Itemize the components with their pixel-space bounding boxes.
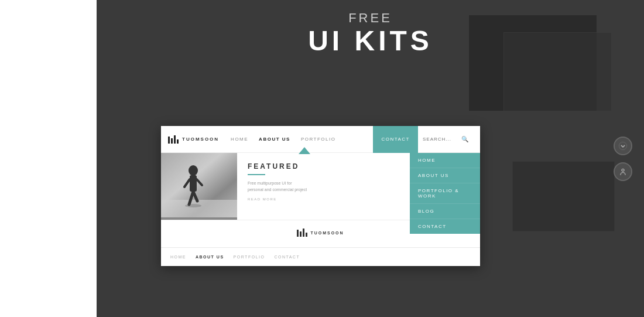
logo-text: TUOMSOON [182,137,219,142]
search-area: 🔍 [418,136,473,142]
logo-bar-4 [177,139,179,144]
svg-point-11 [622,169,624,171]
left-strip [0,0,97,317]
footer-bar-2 [300,231,302,237]
logo-bar-1 [168,137,170,144]
footer-nav-about[interactable]: ABOUT US [196,255,224,259]
footer-bar-3 [303,229,304,237]
search-icon[interactable]: 🔍 [461,136,468,142]
navbar: TUOMSOON HOME ABOUT US PORTFOLIO CONTACT… [161,126,480,153]
logo-area: TUOMSOON [168,135,219,144]
dropdown-menu: HOME ABOUT US PORTFOLIO & WORK BLOG CONT… [410,153,480,234]
featured-image [161,153,237,220]
featured-desc-line2: personal and commercial project [248,188,307,192]
svg-point-9 [185,204,201,207]
footer-nav-home[interactable]: HOME [170,255,186,259]
footer-bar-1 [297,230,299,237]
logo-bar-3 [174,135,176,144]
right-icons [614,137,632,181]
featured-divider [248,174,265,175]
dropdown-item-contact[interactable]: CONTACT [410,219,480,234]
footer-nav: HOME ABOUT US PORTFOLIO CONTACT [161,247,480,266]
free-label: FREE [97,11,644,26]
footer-logo-bars [297,229,307,237]
footer-nav-contact[interactable]: CONTACT [274,255,300,259]
logo-icon [168,135,179,144]
dropdown-item-portfolio[interactable]: PORTFOLIO & WORK [410,183,480,204]
logo-bar-2 [171,138,173,144]
dropdown-item-blog[interactable]: BLOG [410,204,480,219]
dropdown-arrow [299,147,310,154]
nav-portfolio[interactable]: PORTFOLIO [301,137,336,142]
nav-home[interactable]: HOME [231,137,248,142]
footer-nav-portfolio[interactable]: PORTFOLIO [234,255,265,259]
header-area: FREE UI KITS [97,0,644,57]
dropdown-item-home[interactable]: HOME [410,153,480,168]
featured-desc-line1: Free multipurpose UI for [248,181,292,185]
svg-point-10 [619,142,626,149]
browser-mockup: TUOMSOON HOME ABOUT US PORTFOLIO CONTACT… [161,126,480,266]
svg-rect-2 [161,200,237,217]
footer-bar-4 [306,233,307,237]
chevron-down-icon[interactable] [614,137,632,155]
featured-image-svg [161,153,237,217]
contact-button[interactable]: CONTACT [373,126,418,153]
user-icon[interactable] [614,162,632,181]
dropdown-item-about[interactable]: ABOUT US [410,168,480,183]
nav-links: HOME ABOUT US PORTFOLIO [231,137,373,142]
main-content: FREE UI KITS TUOMSOON HOME ABOUT US PORT… [97,0,644,317]
ui-kits-label: UI KITS [97,26,644,57]
footer-logo: TUOMSOON [297,229,344,237]
search-input[interactable] [423,137,458,142]
footer-logo-text: TUOMSOON [310,231,344,235]
svg-point-3 [189,165,198,176]
nav-about[interactable]: ABOUT US [259,137,290,142]
svg-rect-4 [190,175,197,192]
